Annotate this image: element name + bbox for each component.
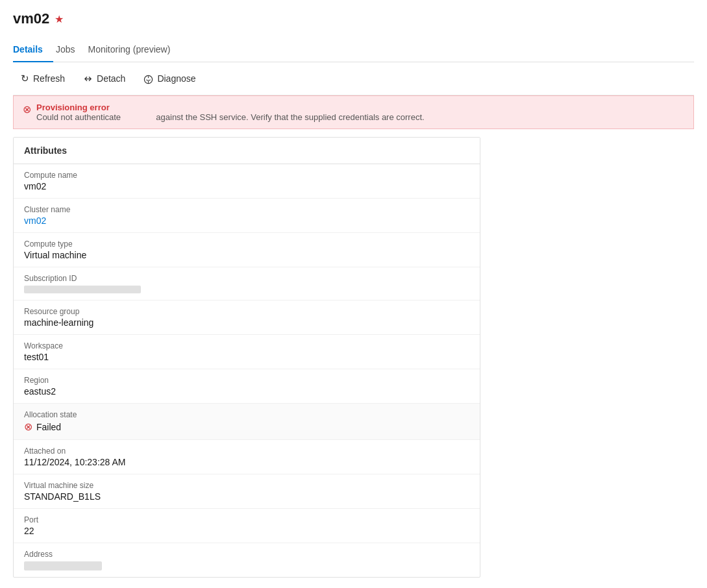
attr-label-resource-group: Resource group <box>24 307 469 316</box>
attr-label-port: Port <box>24 515 469 524</box>
attribute-row-resource-group: Resource group machine-learning <box>14 300 480 335</box>
page-container: vm02 ★ Details Jobs Monitoring (preview)… <box>0 0 707 588</box>
attribute-row-attached-on: Attached on 11/12/2024, 10:23:28 AM <box>14 440 480 474</box>
page-title: vm02 <box>13 10 49 27</box>
attr-label-workspace: Workspace <box>24 341 469 350</box>
error-title: Provisioning error <box>36 103 684 112</box>
attribute-row-workspace: Workspace test01 <box>14 335 480 369</box>
attr-value-vm-size: STANDARD_B1LS <box>24 491 469 502</box>
attr-value-port: 22 <box>24 526 469 536</box>
refresh-button[interactable]: ↻ Refresh <box>13 69 73 88</box>
attributes-card: Attributes Compute name vm02 Cluster nam… <box>13 137 480 578</box>
failed-icon: ⊗ <box>24 421 32 433</box>
attribute-row-vm-size: Virtual machine size STANDARD_B1LS <box>14 474 480 509</box>
toolbar: ↻ Refresh Detach Diagnose <box>13 62 694 95</box>
attr-label-subscription-id: Subscription ID <box>24 274 469 283</box>
attr-label-allocation-state: Allocation state <box>24 410 469 419</box>
attr-value-cluster-name[interactable]: vm02 <box>24 215 46 226</box>
attribute-row-region: Region eastus2 <box>14 369 480 404</box>
attribute-row-compute-type: Compute type Virtual machine <box>14 233 480 267</box>
error-text-block: Provisioning error Could not authenticat… <box>36 103 684 122</box>
refresh-label: Refresh <box>33 73 65 84</box>
attr-value-compute-name: vm02 <box>24 181 469 191</box>
attr-label-address: Address <box>24 550 469 559</box>
tab-details[interactable]: Details <box>13 38 53 62</box>
detach-icon <box>83 73 93 84</box>
detach-label: Detach <box>97 73 125 84</box>
attr-value-compute-type: Virtual machine <box>24 250 469 260</box>
attr-label-vm-size: Virtual machine size <box>24 481 469 490</box>
attr-value-workspace: test01 <box>24 352 469 362</box>
attr-value-allocation-state: Failed <box>36 422 61 432</box>
diagnose-button[interactable]: Diagnose <box>136 69 203 88</box>
attribute-row-cluster-name: Cluster name vm02 <box>14 199 480 233</box>
failed-row: ⊗ Failed <box>24 421 469 433</box>
tabs-row: Details Jobs Monitoring (preview) <box>13 38 694 62</box>
refresh-icon: ↻ <box>21 73 29 84</box>
subscription-id-redacted <box>24 286 141 293</box>
title-row: vm02 ★ <box>13 10 694 27</box>
detach-button[interactable]: Detach <box>75 69 133 88</box>
error-description: Could not authenticate against the SSH s… <box>36 112 684 122</box>
attribute-row-port: Port 22 <box>14 509 480 543</box>
diagnose-label: Diagnose <box>157 73 195 84</box>
attr-value-resource-group: machine-learning <box>24 317 469 328</box>
attributes-header: Attributes <box>14 138 480 164</box>
attr-label-region: Region <box>24 376 469 385</box>
error-desc-part1: Could not authenticate <box>36 112 121 122</box>
address-redacted <box>24 561 102 570</box>
error-banner: ⊗ Provisioning error Could not authentic… <box>13 95 694 129</box>
error-desc-part2: against the SSH service. Verify that the… <box>156 112 424 122</box>
attr-label-cluster-name: Cluster name <box>24 205 469 214</box>
tab-monitoring[interactable]: Monitoring (preview) <box>86 38 181 62</box>
diagnose-icon <box>143 73 153 84</box>
attr-value-region: eastus2 <box>24 386 469 397</box>
tab-jobs[interactable]: Jobs <box>53 38 86 62</box>
error-circle-icon: ⊗ <box>23 103 31 116</box>
star-icon[interactable]: ★ <box>55 13 64 25</box>
attr-value-attached-on: 11/12/2024, 10:23:28 AM <box>24 457 469 467</box>
attribute-row-compute-name: Compute name vm02 <box>14 164 480 199</box>
attribute-row-address: Address <box>14 543 480 577</box>
attr-label-compute-name: Compute name <box>24 171 469 180</box>
attr-label-compute-type: Compute type <box>24 239 469 249</box>
attribute-row-allocation-state: Allocation state ⊗ Failed <box>14 404 480 440</box>
attr-label-attached-on: Attached on <box>24 447 469 456</box>
attribute-row-subscription-id: Subscription ID <box>14 267 480 300</box>
